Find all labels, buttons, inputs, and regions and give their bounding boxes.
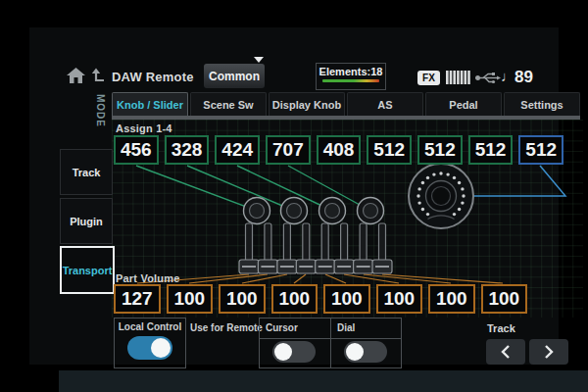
part-volume-8[interactable]: 100 xyxy=(481,284,528,314)
toggle-knob xyxy=(274,343,292,361)
part-volume-5[interactable]: 100 xyxy=(323,284,370,314)
tempo-note-icon: ♩ xyxy=(501,68,515,84)
track-nav-label: Track xyxy=(487,322,515,334)
local-control-label: Local Control xyxy=(119,321,181,332)
tab-settings[interactable]: Settings xyxy=(504,92,580,116)
common-button-label: Common xyxy=(209,70,260,83)
part-volume-3[interactable]: 100 xyxy=(219,284,266,314)
assign-value-7[interactable]: 512 xyxy=(417,135,463,165)
assign-value-6[interactable]: 512 xyxy=(367,135,412,165)
cursor-label: Cursor xyxy=(266,322,298,333)
assign-value-2[interactable]: 328 xyxy=(165,135,210,165)
chevron-left-icon xyxy=(500,344,512,360)
home-icon[interactable] xyxy=(67,68,85,84)
tab-pedal[interactable]: Pedal xyxy=(425,92,502,116)
part-volume-4[interactable]: 100 xyxy=(271,284,318,314)
part-volume-6[interactable]: 100 xyxy=(376,284,423,314)
part-volume-2[interactable]: 100 xyxy=(167,284,214,314)
assign-section-label: Assign 1-4 xyxy=(116,122,172,134)
tab-knob-slider[interactable]: Knob / Slider xyxy=(112,92,188,116)
bottom-bezel-strip xyxy=(59,370,588,392)
assign-value-8[interactable]: 512 xyxy=(468,135,514,165)
tab-scene-sw[interactable]: Scene Sw xyxy=(190,92,267,116)
track-next-button[interactable] xyxy=(529,339,568,365)
up-level-icon[interactable] xyxy=(91,68,107,83)
dial-toggle[interactable] xyxy=(344,341,387,363)
sidebar-item-transport[interactable]: Transport xyxy=(60,246,115,294)
part-volume-7[interactable]: 100 xyxy=(428,284,475,314)
assign-value-3[interactable]: 424 xyxy=(215,135,260,165)
elements-meter-bar xyxy=(322,79,379,82)
local-control-toggle[interactable] xyxy=(127,336,172,360)
fx-label: FX xyxy=(422,73,435,83)
dial-label: Dial xyxy=(337,322,355,333)
tab-display-knob[interactable]: Display Knob xyxy=(269,92,345,116)
assign-value-5[interactable]: 408 xyxy=(317,135,362,165)
assign-value-row: 456 328 424 707 408 512 512 512 512 xyxy=(114,135,564,165)
sidebar-item-plugin[interactable]: Plugin xyxy=(60,198,113,244)
cell-divider xyxy=(330,318,331,368)
assign-value-4[interactable]: 707 xyxy=(266,135,311,165)
daw-remote-screen: DAW Remote Common Elements:18 FX xyxy=(0,0,588,392)
use-for-remote-label: Use for Remote xyxy=(190,322,263,333)
toggle-knob xyxy=(346,343,364,361)
local-control-cell: Local Control xyxy=(114,318,186,368)
lcd-panel: DAW Remote Common Elements:18 FX xyxy=(29,27,559,365)
chevron-down-icon xyxy=(254,57,264,63)
sidebar-item-track[interactable]: Track xyxy=(60,149,113,195)
cell-divider xyxy=(260,338,401,339)
assign-value-1[interactable]: 456 xyxy=(114,135,159,165)
cursor-toggle[interactable] xyxy=(272,341,316,363)
tab-bar: Knob / Slider Scene Sw Display Knob AS P… xyxy=(112,92,580,116)
part-volume-section-label: Part Volume xyxy=(116,272,180,284)
mode-label: MODE xyxy=(95,94,106,127)
fx-status-icon: FX xyxy=(417,71,440,85)
chevron-right-icon xyxy=(543,344,555,360)
cursor-dial-cell: Cursor Dial xyxy=(259,318,402,368)
tempo-value: 89 xyxy=(514,68,533,87)
toggle-knob xyxy=(151,338,171,358)
page-title: DAW Remote xyxy=(112,70,194,84)
usb-status-icon xyxy=(475,72,501,84)
tab-as[interactable]: AS xyxy=(347,92,423,116)
keyboard-status-icon xyxy=(446,71,470,85)
elements-badge[interactable]: Elements:18 xyxy=(316,63,386,90)
common-part-button[interactable]: Common xyxy=(204,64,265,88)
tab-divider-bar xyxy=(112,116,580,120)
part-volume-row: 127 100 100 100 100 100 100 100 xyxy=(114,284,527,314)
elements-badge-label: Elements:18 xyxy=(319,66,383,77)
track-previous-button[interactable] xyxy=(486,339,525,365)
assign-value-9-selected[interactable]: 512 xyxy=(518,135,564,165)
part-volume-1[interactable]: 127 xyxy=(114,284,161,314)
